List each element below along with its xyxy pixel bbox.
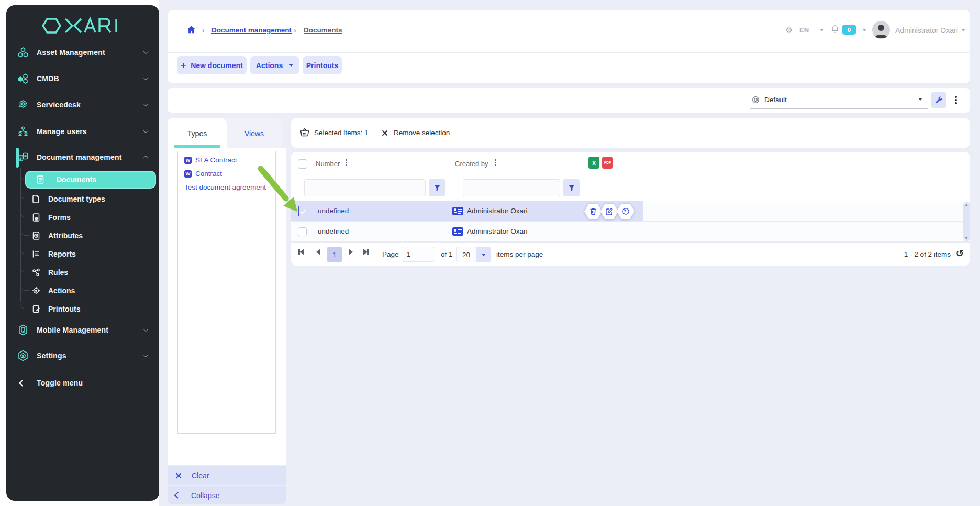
row-checkbox[interactable] xyxy=(298,227,307,236)
actions-button[interactable]: Actions xyxy=(250,56,299,74)
page-size-value[interactable]: 20 xyxy=(456,247,476,262)
oxari-logo-icon xyxy=(40,15,126,37)
printouts-icon xyxy=(31,304,41,314)
scroll-up-icon[interactable] xyxy=(965,204,968,206)
sidebar-item-rules[interactable]: Rules xyxy=(6,263,159,281)
view-select-caret-icon[interactable] xyxy=(918,98,922,101)
column-header-created-by[interactable]: Created by xyxy=(455,160,488,168)
id-card-icon xyxy=(452,227,463,236)
export-pdf-icon[interactable]: PDF xyxy=(602,157,613,169)
tree-item-test-document-agreement[interactable]: Test document agreement xyxy=(184,183,266,191)
created-by-filter-button[interactable] xyxy=(563,179,580,196)
vertical-scrollbar[interactable] xyxy=(963,202,970,241)
column-header-number[interactable]: Number xyxy=(316,160,340,168)
previous-page-button[interactable] xyxy=(316,249,320,255)
printouts-button[interactable]: Printouts xyxy=(303,56,342,74)
select-all-checkbox[interactable] xyxy=(298,159,307,169)
tab-views-label: Views xyxy=(244,129,264,138)
bell-icon[interactable] xyxy=(830,24,840,36)
remove-selection-x-icon[interactable] xyxy=(381,129,388,136)
documents-grid: Number Created by x PDF undefined Admini… xyxy=(291,152,970,266)
sidebar-item-manage-users[interactable]: Manage users xyxy=(6,120,159,143)
sidebar-item-settings[interactable]: Settings xyxy=(6,344,159,367)
clear-button[interactable]: Clear xyxy=(168,466,286,485)
last-page-button[interactable] xyxy=(363,249,369,255)
new-document-button[interactable]: + New document xyxy=(177,56,247,74)
sidebar-item-asset-management[interactable]: Asset Management xyxy=(6,41,159,64)
document-types-icon xyxy=(31,194,41,204)
number-filter-button[interactable] xyxy=(429,179,445,196)
cell-number: undefined xyxy=(318,227,349,235)
notification-badge[interactable]: 0 xyxy=(842,25,856,35)
sidebar-item-actions[interactable]: Actions xyxy=(6,281,159,300)
settings-icon xyxy=(17,349,29,362)
sidebar-item-label: Document types xyxy=(48,195,105,203)
tree-item-label: Test document agreement xyxy=(184,183,266,191)
page-number-button[interactable]: 1 xyxy=(327,247,342,262)
created-by-column-menu-icon[interactable] xyxy=(495,159,496,161)
table-row[interactable]: undefined Administrator Oxari xyxy=(291,222,970,242)
view-row-button[interactable] xyxy=(617,204,634,219)
sidebar-item-reports[interactable]: Reports xyxy=(6,245,159,263)
language-selector[interactable]: EN xyxy=(799,26,809,34)
sidebar-item-attributes[interactable]: Attributes xyxy=(6,226,159,245)
reports-icon xyxy=(31,249,41,259)
edit-row-button[interactable] xyxy=(600,204,618,219)
sidebar-item-mobile-management[interactable]: Mobile Management xyxy=(6,318,159,342)
number-filter-input[interactable] xyxy=(304,179,426,196)
export-excel-icon[interactable]: x xyxy=(588,157,599,169)
page-input[interactable] xyxy=(402,247,435,262)
edit-icon xyxy=(606,207,614,215)
tree-item-contract[interactable]: W Contract xyxy=(184,170,222,178)
page-size-dropdown-button[interactable] xyxy=(476,247,491,262)
sidebar-item-documents-active[interactable]: Documents xyxy=(25,171,156,189)
sidebar-item-servicedesk[interactable]: Servicedesk xyxy=(6,93,159,116)
page-label: Page xyxy=(382,250,399,258)
trash-icon xyxy=(589,207,597,215)
remove-selection-label[interactable]: Remove selection xyxy=(394,129,450,137)
tab-views[interactable]: Views xyxy=(227,118,282,149)
toolbar-kebab-icon[interactable] xyxy=(955,96,957,98)
sidebar-item-printouts[interactable]: Printouts xyxy=(6,300,159,318)
funnel-icon xyxy=(433,184,441,192)
scroll-down-icon[interactable] xyxy=(965,237,968,239)
view-select-value[interactable]: Default xyxy=(764,96,787,104)
breadcrumb-link-document-management[interactable]: Document management xyxy=(211,26,292,34)
tab-types-label: Types xyxy=(187,129,207,138)
items-per-page-label: items per page xyxy=(496,250,543,258)
notification-caret-icon[interactable] xyxy=(862,29,866,31)
breadcrumb-separator: › xyxy=(294,26,296,35)
view-icon xyxy=(752,96,760,106)
row-checkbox-checked[interactable] xyxy=(298,206,299,216)
collapse-button[interactable]: Collapse xyxy=(168,486,286,504)
refresh-icon[interactable]: ↻ xyxy=(956,248,964,259)
sidebar-item-forms[interactable]: Forms xyxy=(6,208,159,226)
sidebar-item-document-types[interactable]: Document types xyxy=(6,190,159,208)
selected-items-label: Selected items: 1 xyxy=(314,129,369,137)
next-page-button[interactable] xyxy=(349,249,353,255)
sidebar-item-cmdb[interactable]: CMDB xyxy=(6,67,159,90)
sidebar-item-label: Manage users xyxy=(37,127,87,136)
first-page-button[interactable] xyxy=(298,249,304,255)
chevron-left-icon xyxy=(20,380,26,386)
user-menu-caret-icon[interactable] xyxy=(961,29,965,31)
chevron-down-icon xyxy=(143,353,149,358)
header-card: › Document management › Documents ⚙ EN 0… xyxy=(168,10,970,83)
avatar[interactable] xyxy=(872,21,890,39)
user-name[interactable]: Administrator Oxari xyxy=(895,26,958,35)
tree-item-sla-contract[interactable]: W SLA Contract xyxy=(184,156,237,164)
toggle-menu-button[interactable]: Toggle menu xyxy=(6,371,159,394)
breadcrumb-link-documents[interactable]: Documents xyxy=(304,26,342,34)
created-by-filter-input[interactable] xyxy=(463,179,560,196)
sidebar-item-document-management[interactable]: Document management xyxy=(6,146,159,169)
gear-icon[interactable]: ⚙ xyxy=(785,25,793,35)
cmdb-icon xyxy=(17,72,29,85)
table-row[interactable]: undefined Administrator Oxari xyxy=(291,201,970,222)
preview-icon xyxy=(622,207,630,215)
number-column-menu-icon[interactable] xyxy=(346,159,347,161)
delete-row-button[interactable] xyxy=(584,204,602,219)
home-icon[interactable] xyxy=(186,25,196,37)
wrench-button[interactable] xyxy=(931,92,946,108)
language-caret-icon[interactable] xyxy=(820,29,824,31)
chevron-down-icon xyxy=(143,102,149,107)
